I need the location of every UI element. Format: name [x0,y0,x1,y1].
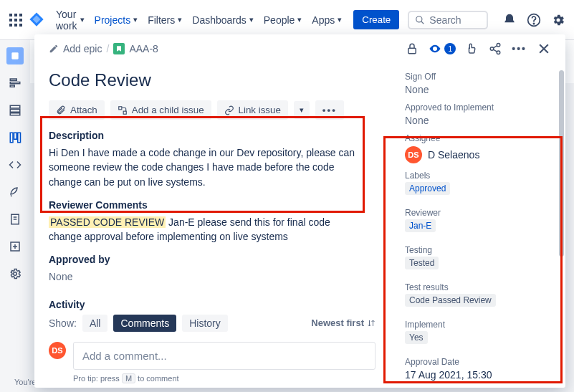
nav-apps[interactable]: Apps▾ [312,14,342,26]
side-scrollbar[interactable] [558,56,564,388]
more-actions-icon[interactable]: ••• [512,43,527,54]
assignee-label: Assignee [405,133,557,143]
code-icon[interactable] [6,156,24,173]
labels-label: Labels [405,171,557,181]
watch-button[interactable]: 1 [429,42,456,55]
add-epic-link[interactable]: Add epic [63,43,102,54]
svg-rect-13 [11,52,18,59]
signoff-value[interactable]: None [405,84,557,95]
assignee-value[interactable]: DS D Selaenos [405,146,557,163]
svg-point-29 [14,272,17,276]
svg-rect-2 [19,14,22,16]
svg-line-35 [494,49,497,52]
story-icon [113,43,125,54]
svg-rect-20 [10,133,13,143]
signoff-label: Sign Off [405,72,557,82]
backlog-icon[interactable] [6,102,24,119]
test-results-value[interactable]: Code Passed Review [405,294,496,307]
nav-dashboards[interactable]: Dashboards▾ [192,14,254,26]
close-icon[interactable] [537,42,551,56]
more-toolbar-button[interactable]: ••• [315,100,344,120]
svg-rect-22 [18,133,21,143]
svg-point-31 [497,44,501,47]
testing-label: Testing [405,245,557,255]
reviewer-comments-heading: Reviewer Comments [49,199,376,211]
approval-date-label: Approval Date [405,357,557,367]
reviewer-comments-body[interactable]: PASSED CODE REVIEW Jan-E please send thi… [49,215,357,244]
test-results-label: Test results [405,282,557,292]
issue-key[interactable]: AAA-8 [129,43,158,54]
svg-rect-18 [10,110,20,113]
svg-rect-15 [10,82,20,84]
svg-rect-0 [9,14,12,16]
testing-value[interactable]: Tested [405,257,439,269]
svg-rect-3 [9,19,12,21]
page-title[interactable]: Code Review [49,70,376,90]
reviewer-label: Reviewer [405,208,557,218]
sort-newest-first[interactable]: Newest first [311,317,376,328]
notifications-icon[interactable] [502,13,517,27]
vote-icon[interactable] [466,42,479,55]
description-body[interactable]: Hi Den I have made a code change in our … [49,145,357,189]
tab-all[interactable]: All [82,315,108,332]
jira-logo-icon[interactable] [29,11,44,29]
svg-line-10 [421,21,424,24]
search-input[interactable]: Search [408,11,488,29]
svg-rect-6 [9,24,12,27]
svg-rect-5 [19,19,22,21]
implement-value[interactable]: Yes [405,331,428,344]
nav-people[interactable]: People▾ [264,14,302,26]
add-child-issue-button[interactable]: Add a child issue [110,100,211,120]
svg-rect-30 [408,48,416,54]
svg-point-32 [491,47,494,51]
share-icon[interactable] [489,42,502,55]
approved-by-value[interactable]: None [49,269,357,284]
nav-projects[interactable]: Projects▾ [95,14,138,26]
svg-rect-19 [10,113,20,115]
help-icon[interactable] [527,13,541,27]
releases-icon[interactable] [6,183,24,201]
board-icon[interactable] [6,129,24,146]
create-button[interactable]: Create [353,10,399,29]
svg-rect-38 [119,106,122,109]
assignee-avatar: DS [405,146,422,163]
labels-value[interactable]: Approved [405,182,450,195]
approved-by-heading: Approved by [49,254,376,265]
current-user-avatar: DS [49,342,66,359]
description-heading: Description [49,130,376,141]
pages-icon[interactable] [6,211,24,228]
breadcrumb: Add epic / AAA-8 [49,43,397,54]
approval-date-value[interactable]: 17 Aug 2021, 15:30 [405,369,557,381]
svg-point-33 [497,51,501,54]
approved-impl-value[interactable]: None [405,115,557,126]
svg-point-12 [533,23,534,24]
svg-rect-7 [14,24,17,27]
link-dropdown-button[interactable]: ▾ [294,101,310,119]
svg-line-34 [494,46,497,48]
project-avatar-icon[interactable] [6,47,24,64]
roadmap-icon[interactable] [6,75,24,92]
svg-rect-21 [14,133,17,139]
add-shortcut-icon[interactable] [6,238,24,255]
settings-icon[interactable] [551,13,565,27]
link-issue-button[interactable]: Link issue [217,100,288,120]
nav-your-work[interactable]: Your work▾ [56,9,85,32]
reviewer-value[interactable]: Jan-E [405,219,436,232]
svg-rect-16 [10,85,14,87]
lock-icon[interactable] [406,42,418,55]
watch-count: 1 [444,43,456,54]
implement-label: Implement [405,320,557,330]
svg-rect-1 [14,14,17,16]
attach-button[interactable]: Attach [49,100,105,120]
svg-rect-39 [123,111,126,114]
tab-history[interactable]: History [182,315,228,332]
nav-filters[interactable]: Filters▾ [148,14,182,26]
svg-point-9 [416,16,422,21]
comment-input[interactable]: Add a comment... [73,342,376,370]
svg-rect-17 [10,105,20,108]
tab-comments[interactable]: Comments [113,315,176,332]
pro-tip: Pro tip: press M to comment [73,374,376,383]
app-switcher-icon[interactable] [9,11,23,29]
approved-impl-label: Approved to Implement [405,102,557,113]
project-settings-icon[interactable] [6,265,24,282]
